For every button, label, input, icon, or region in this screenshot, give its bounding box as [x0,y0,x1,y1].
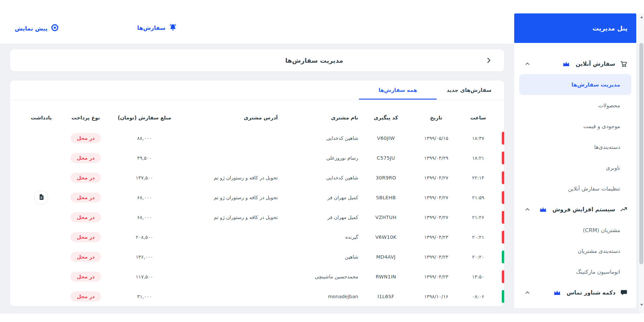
sidebar-item-label: ناوبری [606,165,620,171]
sidebar-item-basic-info[interactable]: اطلاعات اصلی [514,43,636,47]
cell-date: ۱۳۹۹/۰۴/۲۹ [414,155,459,161]
sidebar-item-products[interactable]: محصولات [514,95,636,116]
cell-customer-address: تحویل در کافه و رستوران ژو تم [180,215,278,220]
cell-tracking-code: RWN1IN [358,274,414,279]
preview-button[interactable]: پیش نمایش [15,23,59,33]
cell-date: ۱۳۹۹/۰۴/۲۳ [414,234,459,240]
payment-badge: در محل [70,252,101,262]
order-row[interactable]: ۲۱:۲۶۱۳۹۹/۰۴/۲۷VZHTUHکمیل مهران فرتحویل … [10,207,504,227]
order-row[interactable]: ۱۸:۴۷۱۳۹۹/۰۵/۱۵V60JIWشاهین کدخدایی۸۸,۰۰۰… [10,128,504,148]
payment-badge: در محل [70,232,101,242]
chat-icon [620,289,628,296]
order-status-bar [502,171,504,184]
orders-label: سفارش‌ها [137,25,165,31]
cell-tracking-code: I1L6SF [358,294,414,299]
note-button[interactable] [34,191,48,205]
page-title: مدیریت سفارش‌ها [285,57,343,64]
payment-badge: در محل [70,291,101,302]
cell-customer-address: تحویل در کافه و رستوران ژو تم [180,175,278,180]
cell-time: ۱۸:۴۷ [459,136,497,141]
crown-icon [539,206,547,213]
back-chevron-icon[interactable] [485,56,493,64]
column-header: آدرس مشتری [180,115,278,121]
sidebar-item-categories[interactable]: دسته‌بندی‌ها [514,137,636,157]
sidebar-item-online-order[interactable]: سفارش آنلاین [514,53,636,74]
order-row[interactable]: ۲۰:۲۱۱۳۹۹/۰۴/۲۳V6W10Kگیرنده۲۰۸,۵۰۰در محل [10,227,504,247]
table-header-row: ساعتتاریخکد پیگیرینام مشتریآدرس مشتریمبل… [10,100,504,125]
cell-time: ۰۸:۰۶ [459,294,497,299]
cell-date: ۱۳۹۹/۰۴/۲۷ [414,175,459,180]
order-row[interactable]: ۱۸:۲۱۱۳۹۹/۰۴/۲۹C575JUرسام نوروزعلی۴۹,۵۰۰… [10,148,504,168]
tab-new-orders[interactable]: سفارش‌های جدید [438,80,500,100]
cell-customer-name: monadejban [278,294,358,299]
cell-time: ۱۴:۵۰ [459,274,497,279]
sidebar-item-floating-contact-button[interactable]: دکمه شناور تماس [514,282,636,303]
eye-icon [51,23,59,33]
sidebar-item-label: مدیریت سفارش‌ها [572,82,620,88]
cell-tracking-code: C575JU [358,155,414,161]
cell-amount: ۱۱۷,۵۰۰ [108,274,180,279]
cell-amount: ۴۹,۵۰۰ [108,155,180,161]
sidebar-item-label: سفارش آنلاین [576,61,615,67]
page-title-card: مدیریت سفارش‌ها [10,49,504,71]
payment-badge: در محل [70,212,101,222]
cell-payment-type: در محل [63,252,108,262]
sidebar-item-marketing-automation[interactable]: اتوماسیون مارکتینگ [514,261,636,282]
cell-amount: ۸۸,۰۰۰ [108,136,180,141]
cell-tracking-code: SBLEHB [358,195,414,200]
order-row[interactable]: ۱۴:۵۰۱۳۹۹/۰۴/۲۳RWN1INمحمدحسین ماشینچی۱۱۷… [10,267,504,286]
order-status-bar [502,152,504,164]
column-header: مبلغ سفارش (تومان) [108,115,180,121]
order-row[interactable]: ۲۱:۵۹۱۳۹۹/۰۴/۲۷SBLEHBکمیل مهران فرتحویل … [10,187,504,207]
orders-table-card: سفارش‌های جدیدهمه سفارش‌ها ساعتتاریخکد پ… [10,80,504,306]
scrollbar-thumb[interactable] [639,43,643,264]
cart-icon [620,60,628,68]
cell-customer-name: محمدحسین ماشینچی [278,274,358,279]
sidebar-item-label: مشتریان (CRM) [583,227,620,233]
payment-badge: در محل [70,153,101,163]
order-row[interactable]: ۲۰:۲۰۱۳۹۹/۰۴/۲۳MD4AVJشاهین۱۳۶,۰۰۰در محل [10,247,504,267]
scrollbar-up-arrow[interactable] [639,14,644,20]
orders-notification[interactable]: سفارش‌ها [137,23,177,33]
sidebar-item-inventory-price[interactable]: موجودی و قیمت [514,116,636,137]
cell-customer-name: گیرنده [278,234,358,240]
cell-tracking-code: V6W10K [358,234,414,240]
tab-all-orders[interactable]: همه سفارش‌ها [358,80,438,100]
sidebar-item-navigation[interactable]: ناوبری [514,157,636,178]
cell-time: ۲۱:۲۶ [459,215,497,220]
cell-customer-name: شاهین کدخدایی [278,136,358,141]
sidebar-item-label: موجودی و قیمت [583,123,620,129]
order-status-bar [502,191,504,204]
cell-tracking-code: V60JIW [358,136,414,141]
sidebar-item-orders-management[interactable]: مدیریت سفارش‌ها [519,74,631,95]
preview-label: پیش نمایش [15,25,48,32]
cell-time: ۲۲:۱۴ [459,175,497,180]
page-scrollbar[interactable] [638,13,644,314]
order-status-bar [502,251,504,263]
order-row[interactable]: ۰۸:۰۶۱۳۹۸/۱۰/۱۶I1L6SFmonadejban۳۱,۰۰۰در … [10,286,504,306]
cell-customer-address: تحویل در کافه و رستوران ژو تم [180,195,278,200]
cell-payment-type: در محل [63,173,108,183]
orders-tabs: سفارش‌های جدیدهمه سفارش‌ها [10,80,504,100]
column-header: ساعت [459,115,497,121]
column-header: کد پیگیری [358,115,414,121]
cell-date: ۱۳۹۹/۰۴/۲۷ [414,195,459,200]
cell-date: ۱۳۹۹/۰۴/۲۳ [414,274,459,279]
cell-amount: ۶۸,۰۰۰ [108,195,180,200]
sidebar-item-label: تنظیمات سفارش آنلاین [568,185,620,192]
payment-badge: در محل [70,272,101,282]
cell-date: ۱۳۹۹/۰۴/۲۳ [414,254,459,260]
chevron-up-icon [524,289,531,296]
sidebar-item-label: دسته‌بندی‌ها [594,144,620,150]
crown-icon [562,61,570,67]
table-body: ۱۸:۴۷۱۳۹۹/۰۵/۱۵V60JIWشاهین کدخدایی۸۸,۰۰۰… [10,125,504,306]
sidebar-item-customer-categories[interactable]: دسته‌بندی مشتریان [514,240,636,261]
cell-tracking-code: MD4AVJ [358,254,414,260]
scrollbar-down-arrow[interactable] [639,302,644,308]
sidebar-item-sales-boost-system[interactable]: سیستم افزایش فروش [514,199,636,220]
payment-badge: در محل [70,133,101,143]
sidebar-item-online-order-settings[interactable]: تنظیمات سفارش آنلاین [514,178,636,199]
order-row[interactable]: ۲۲:۱۴۱۳۹۹/۰۴/۲۷30R9ROشاهین کدخداییتحویل … [10,168,504,187]
cell-date: ۱۳۹۹/۰۴/۲۷ [414,215,459,220]
sidebar-item-customers-crm[interactable]: مشتریان (CRM) [514,220,636,240]
